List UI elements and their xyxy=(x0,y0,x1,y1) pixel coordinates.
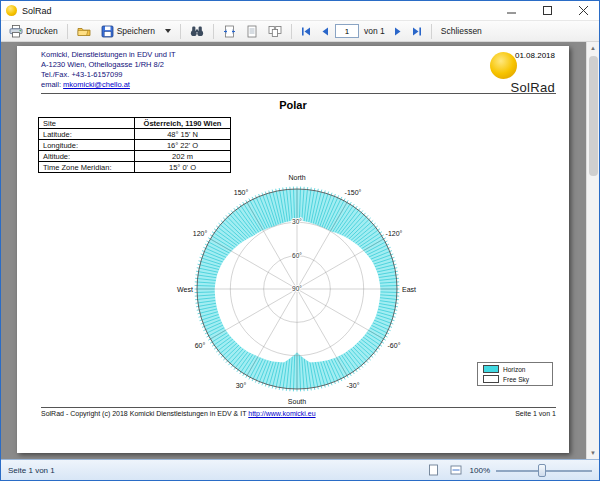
zoom-percent-label: 100% xyxy=(470,466,490,475)
meridian-label-cell: Time Zone Meridian: xyxy=(39,162,135,173)
email-link[interactable]: mkomicki@chello.at xyxy=(63,80,130,89)
vertical-scrollbar[interactable]: ▲ ▼ xyxy=(586,42,599,459)
preview-area: Komicki, Dienstleistungen in EDV und IT … xyxy=(1,42,599,459)
fit-page-button[interactable] xyxy=(426,463,442,478)
open-button[interactable] xyxy=(73,22,95,40)
svg-text:-150°: -150° xyxy=(345,189,362,196)
svg-text:-60°: -60° xyxy=(388,342,401,349)
print-button[interactable]: Drucken xyxy=(5,22,62,40)
longitude-label-cell: Longitude: xyxy=(39,140,135,151)
longitude-value-cell: 16° 22' O xyxy=(135,140,231,151)
save-button[interactable]: Speichern xyxy=(97,22,159,40)
find-button[interactable] xyxy=(186,22,208,40)
whole-page-view-button[interactable] xyxy=(242,22,262,40)
svg-text:30°: 30° xyxy=(236,382,247,389)
polar-chart-svg: 30°60°90°North150°120°West60°30°South-30… xyxy=(127,171,467,411)
svg-text:30°: 30° xyxy=(292,218,302,225)
close-preview-label: Schliessen xyxy=(441,26,482,36)
status-page-label: Seite 1 von 1 xyxy=(8,466,420,475)
company-block: Komicki, Dienstleistungen in EDV und IT … xyxy=(41,50,176,90)
minimize-button[interactable] xyxy=(496,1,527,20)
first-page-icon xyxy=(301,27,311,36)
page-indicator: Seite 1 von 1 xyxy=(515,410,556,417)
copyright-prefix: SolRad - Copyright (c) 2018 Komicki Dien… xyxy=(41,410,248,417)
fit-page-icon xyxy=(428,464,439,476)
print-button-label: Drucken xyxy=(26,26,58,36)
last-page-button[interactable] xyxy=(408,22,426,40)
status-bar: Seite 1 von 1 100% xyxy=(1,459,599,480)
legend-label-free-sky: Free Sky xyxy=(503,376,529,383)
legend-swatch-free-sky xyxy=(483,375,499,383)
svg-text:60°: 60° xyxy=(195,342,206,349)
table-row: Latitude: 48° 15' N xyxy=(39,129,231,140)
website-link[interactable]: http://www.komicki.eu xyxy=(248,410,315,417)
table-row: Longitude: 16° 22' O xyxy=(39,140,231,151)
legend-item-horizon: Horizon xyxy=(483,365,547,373)
save-disk-icon xyxy=(101,25,114,38)
page-count-label: von 1 xyxy=(364,26,385,36)
toolbar-separator xyxy=(431,24,432,39)
chevron-down-icon xyxy=(165,29,171,33)
svg-text:-30°: -30° xyxy=(347,382,360,389)
prev-page-icon xyxy=(321,27,329,36)
fit-width-button[interactable] xyxy=(448,463,464,478)
toolbar-separator xyxy=(213,24,214,39)
report-date: 01.08.2018 xyxy=(515,51,555,60)
scroll-up-icon[interactable]: ▲ xyxy=(587,42,599,54)
report-footer: SolRad - Copyright (c) 2018 Komicki Dien… xyxy=(41,410,556,417)
table-row: Site Österreich, 1190 Wien xyxy=(39,118,231,129)
chart-legend: Horizon Free Sky xyxy=(477,362,553,386)
next-page-button[interactable] xyxy=(390,22,406,40)
svg-text:120°: 120° xyxy=(193,230,208,237)
window-title: SolRad xyxy=(22,6,491,16)
open-folder-icon xyxy=(77,25,91,37)
prev-page-button[interactable] xyxy=(317,22,333,40)
multi-page-icon xyxy=(268,25,282,38)
fit-width-icon xyxy=(450,464,462,476)
sun-logo-icon xyxy=(490,52,517,79)
table-row: Altitude: 202 m xyxy=(39,151,231,162)
altitude-value-cell: 202 m xyxy=(135,151,231,162)
scrollbar-thumb[interactable] xyxy=(589,56,598,176)
zoom-slider[interactable] xyxy=(496,463,592,478)
legend-swatch-horizon xyxy=(483,365,499,373)
svg-text:North: North xyxy=(288,174,305,181)
page-width-icon xyxy=(223,25,236,38)
altitude-label-cell: Altitude: xyxy=(39,151,135,162)
next-page-icon xyxy=(394,27,402,36)
site-value-cell: Österreich, 1190 Wien xyxy=(135,118,231,129)
company-name: Komicki, Dienstleistungen in EDV und IT xyxy=(41,50,176,60)
scroll-down-icon[interactable]: ▼ xyxy=(587,447,599,459)
page-width-view-button[interactable] xyxy=(219,22,240,40)
maximize-button[interactable] xyxy=(532,1,563,20)
multi-page-view-button[interactable] xyxy=(264,22,286,40)
toolbar: Drucken Speichern xyxy=(1,21,599,42)
legend-item-free-sky: Free Sky xyxy=(483,375,547,383)
close-icon xyxy=(579,6,588,15)
svg-text:South: South xyxy=(288,398,306,405)
company-address: A-1230 Wien, Othellogasse 1/RH 8/2 xyxy=(41,60,176,70)
footer-rule xyxy=(41,407,556,408)
close-button[interactable] xyxy=(568,1,599,20)
svg-text:East: East xyxy=(402,286,416,293)
binoculars-icon xyxy=(190,25,204,37)
svg-text:150°: 150° xyxy=(234,189,249,196)
close-preview-button[interactable]: Schliessen xyxy=(437,22,486,40)
toolbar-separator xyxy=(67,24,68,39)
zoom-slider-thumb[interactable] xyxy=(538,464,546,477)
svg-text:60°: 60° xyxy=(292,252,302,259)
latitude-label-cell: Latitude: xyxy=(39,129,135,140)
minimize-icon xyxy=(507,6,516,15)
save-dropdown-button[interactable] xyxy=(161,22,175,40)
app-window: SolRad Drucken xyxy=(0,0,600,481)
company-email-line: email: mkomicki@chello.at xyxy=(41,80,176,90)
report-title: Polar xyxy=(17,99,569,111)
header-rule xyxy=(41,93,556,94)
svg-text:-120°: -120° xyxy=(386,230,403,237)
legend-label-horizon: Horizon xyxy=(503,366,525,373)
copyright-text: SolRad - Copyright (c) 2018 Komicki Dien… xyxy=(41,410,316,417)
first-page-button[interactable] xyxy=(297,22,315,40)
company-phone: Tel./Fax. +43-1-6157099 xyxy=(41,70,176,80)
whole-page-icon xyxy=(246,25,258,38)
page-number-input[interactable] xyxy=(335,24,359,38)
